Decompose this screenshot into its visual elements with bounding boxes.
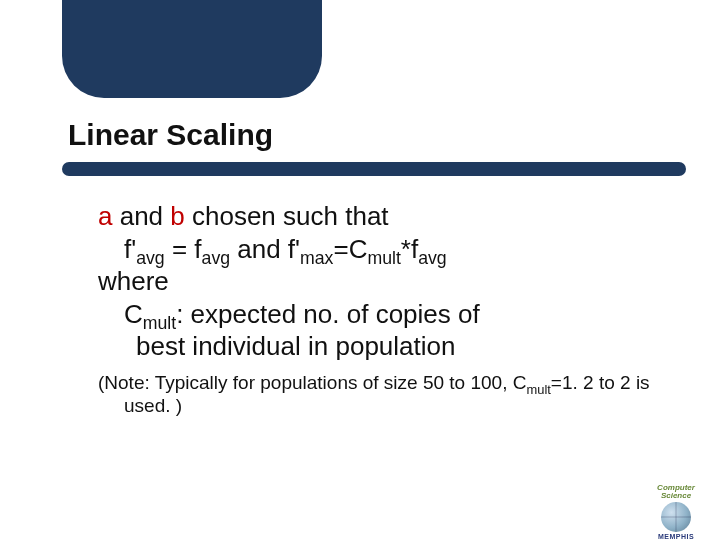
variable-b: b — [170, 201, 184, 231]
logo-bottom-text: MEMPHIS — [648, 533, 704, 540]
content-note: (Note: Typically for populations of size… — [98, 371, 650, 419]
c-var: C — [124, 299, 143, 329]
sub-max: max — [300, 248, 333, 268]
globe-icon — [661, 502, 691, 532]
and-fprime: and f' — [230, 234, 300, 264]
text-chosen: chosen such that — [185, 201, 389, 231]
title-underline — [62, 162, 686, 176]
eq-c: =C — [333, 234, 367, 264]
content-where: where — [98, 265, 650, 298]
sub-mult-3: mult — [526, 381, 550, 396]
footer-logo: Computer Science MEMPHIS — [648, 484, 704, 528]
eq-f: = f — [165, 234, 202, 264]
content-area: a and b chosen such that f'avg = favg an… — [98, 200, 650, 418]
logo-top-text: Computer Science — [648, 484, 704, 500]
header-decor-block — [62, 0, 322, 98]
expected-copies: : expected no. of copies of — [176, 299, 480, 329]
sub-avg-2: avg — [202, 248, 231, 268]
content-line-4: Cmult: expected no. of copies of best in… — [124, 298, 650, 363]
content-line-1: a and b chosen such that — [98, 200, 650, 233]
best-individual: best individual in population — [136, 330, 455, 363]
sub-mult-1: mult — [367, 248, 400, 268]
note-part1: Typically for populations of size 50 to … — [150, 372, 527, 393]
note-label: (Note: — [98, 372, 150, 393]
sub-avg-3: avg — [418, 248, 447, 268]
fprime: f' — [124, 234, 136, 264]
star-f: *f — [401, 234, 418, 264]
variable-a: a — [98, 201, 112, 231]
note-part3: used. ) — [124, 394, 650, 418]
text-and: and — [112, 201, 170, 231]
slide-title: Linear Scaling — [68, 118, 680, 152]
content-line-2: f'avg = favg and f'max=Cmult*favg — [124, 233, 650, 266]
title-area: Linear Scaling — [68, 118, 680, 162]
note-part2: =1. 2 to 2 is — [551, 372, 650, 393]
